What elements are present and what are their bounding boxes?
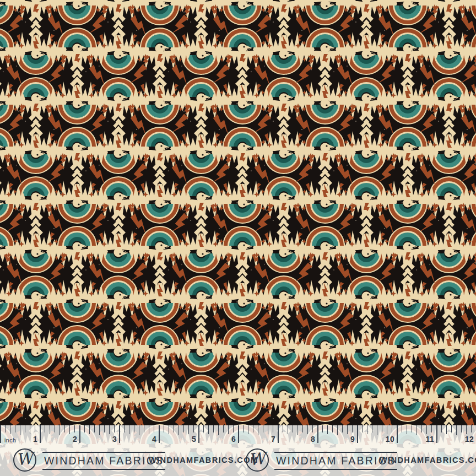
ruler-tick — [263, 425, 263, 432]
ruler-tick — [55, 425, 55, 432]
ruler-number: 8 — [311, 435, 315, 443]
ruler-tick — [426, 425, 427, 434]
logo-w-letter: W — [248, 450, 266, 468]
ruler-number: 12 — [465, 435, 474, 443]
ruler-tick — [134, 425, 134, 432]
ruler-tick — [149, 425, 149, 434]
ruler-tick — [288, 425, 288, 434]
ruler-tick — [461, 425, 462, 432]
ruler-tick — [362, 425, 363, 432]
ruler-tick — [451, 425, 452, 432]
ruler-tick — [436, 425, 437, 443]
ruler-tick — [298, 425, 298, 435]
ruler-tick — [466, 425, 467, 434]
ruler-tick — [109, 425, 110, 434]
ruler-tick — [372, 425, 372, 432]
ruler-tick — [114, 425, 115, 432]
ruler-tick — [431, 425, 432, 432]
ruler-number: 2 — [73, 435, 77, 443]
ruler-tick — [332, 425, 333, 432]
ruler-tick — [327, 425, 328, 434]
ruler-tick — [35, 425, 35, 432]
ruler-number: 10 — [386, 435, 394, 443]
windham-logo: W — [13, 448, 36, 472]
ruler-tick — [347, 425, 348, 434]
ruler-tick — [407, 425, 407, 434]
ruler-tick — [273, 425, 273, 432]
ruler-tick — [268, 425, 268, 434]
ruler-tick — [223, 425, 224, 432]
ruler-tick — [387, 425, 387, 434]
ruler-tick — [169, 425, 169, 434]
ruler-tick — [60, 425, 60, 435]
ruler-tick — [164, 425, 164, 432]
ruler-tick — [89, 425, 90, 434]
ruler-tick — [312, 425, 313, 432]
ruler-number: 1 — [33, 435, 37, 443]
ruler-tick — [15, 425, 15, 432]
ruler-tick — [40, 425, 41, 443]
ruler-tick — [397, 425, 398, 443]
ruler-tick — [213, 425, 214, 432]
ruler-tick — [174, 425, 174, 432]
ruler-footer-strip: inch 123456789101112 W WINDHAM FABRICS W… — [0, 425, 476, 476]
ruler-tick — [293, 425, 293, 432]
ruler-tick — [94, 425, 95, 432]
ruler-tick — [337, 425, 338, 435]
ruler-number: 5 — [192, 435, 196, 443]
ruler-tick — [144, 425, 144, 432]
ruler-tick — [10, 425, 10, 434]
ruler-tick — [159, 425, 160, 443]
ruler-tick — [20, 425, 20, 435]
ruler-number: 3 — [112, 435, 117, 443]
ruler-number: 6 — [231, 435, 236, 443]
ruler-tick — [124, 425, 125, 432]
ruler-tick — [412, 425, 412, 432]
ruler-unit-label: inch — [4, 437, 16, 443]
ruler-tick — [193, 425, 194, 432]
ruler-tick — [471, 425, 472, 432]
ruler-tick — [183, 425, 184, 432]
ruler-tick — [139, 425, 139, 435]
ruler-tick — [367, 425, 367, 434]
ruler-tick — [64, 425, 65, 432]
ruler-tick — [99, 425, 100, 435]
ruler-tick — [283, 425, 283, 432]
ruler-tick — [421, 425, 422, 432]
fabric-swatch-image: inch 123456789101112 W WINDHAM FABRICS W… — [0, 0, 476, 476]
ruler-tick — [203, 425, 204, 432]
ruler-tick — [357, 425, 358, 443]
ruler-tick — [50, 425, 50, 434]
ruler-tick — [188, 425, 189, 434]
ruler-tick — [228, 425, 229, 434]
ruler-tick — [352, 425, 353, 432]
ruler-tick — [322, 425, 323, 432]
ruler-tick — [441, 425, 442, 432]
ruler-tick — [69, 425, 70, 434]
brand-wordmark: WINDHAM FABRICS — [274, 452, 397, 470]
ruler-tick — [25, 425, 25, 432]
ruler-tick — [302, 425, 303, 432]
ruler-tick — [79, 425, 80, 443]
ruler-tick — [30, 425, 30, 434]
brand-wordmark: WINDHAM FABRICS — [42, 452, 165, 470]
ruler-tick — [129, 425, 129, 434]
ruler-tick — [45, 425, 45, 432]
ruler-tick — [416, 425, 417, 435]
ruler-tick — [248, 425, 248, 434]
ruler-tick — [198, 425, 199, 443]
ruler-tick — [208, 425, 209, 434]
ruler-tick — [446, 425, 447, 434]
ruler-tick — [278, 425, 279, 443]
ruler-number: 7 — [271, 435, 275, 443]
ruler-tick — [84, 425, 85, 432]
ruler-tick — [402, 425, 402, 432]
ruler-tick — [307, 425, 308, 434]
ruler-tick — [238, 425, 239, 443]
ruler-number: 4 — [152, 435, 156, 443]
website-url: WINDHAMFABRICS.COM — [380, 456, 476, 464]
windham-logo: W — [246, 448, 269, 472]
ruler-tick — [317, 425, 318, 443]
ruler-tick — [258, 425, 258, 435]
ruler-tick — [74, 425, 75, 432]
